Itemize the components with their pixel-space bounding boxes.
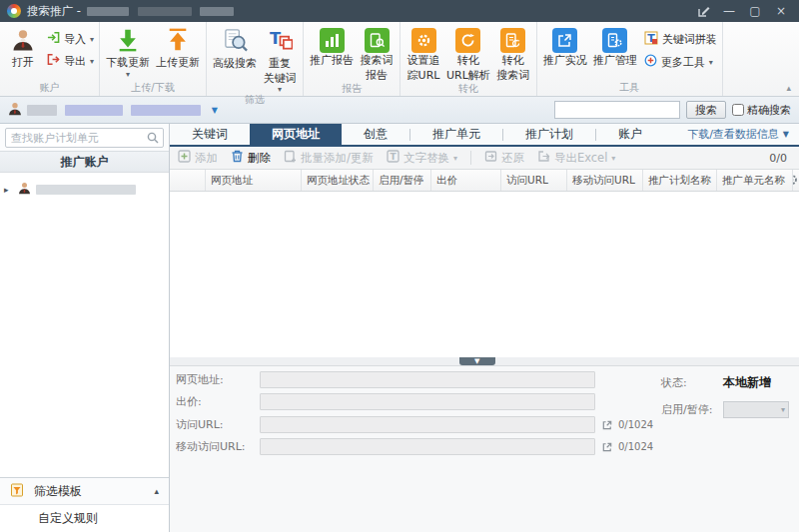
enable-pause-row: 启用/暂停: ▾	[661, 401, 789, 418]
promo-live-label: 推广实况	[543, 55, 587, 68]
gear-icon[interactable]	[793, 174, 798, 188]
upload-arrow-icon	[166, 28, 190, 55]
duplicate-keywords-button[interactable]: T 重复 关键词 ▾	[260, 24, 300, 93]
text-replace-button[interactable]: T 文字替换 ▾	[387, 150, 457, 166]
column-visit-url[interactable]: 访问URL	[501, 170, 567, 191]
exact-search-option: 精确搜索	[732, 103, 791, 118]
expand-arrow-icon[interactable]: ▸	[4, 185, 13, 195]
app-logo-icon	[7, 4, 21, 18]
app-window: 搜索推广 - — ▢ × 打开	[0, 0, 799, 532]
tree-search-input[interactable]	[5, 128, 164, 148]
column-adgroup-name[interactable]: 推广单元名称	[717, 170, 793, 191]
batch-add-update-button[interactable]: 批量添加/更新	[284, 150, 374, 166]
download-update-button[interactable]: 下载更新 ▾	[103, 24, 153, 78]
promo-live-button[interactable]: 推广实况	[540, 24, 590, 68]
open-label: 打开	[12, 57, 34, 70]
exact-search-checkbox[interactable]	[732, 104, 744, 116]
detail-form: 网页地址: 出价: 访问URL: 0/1024 移动访问URL:	[170, 366, 799, 532]
ribbon-group-convert: 设置追 踪URL 转化 URL解析 转化 搜索词	[400, 22, 537, 96]
tab-keywords[interactable]: 关键词	[170, 124, 250, 145]
keyword-assemble-button[interactable]: T 关键词拼装	[644, 31, 717, 48]
text-replace-icon: T	[387, 150, 400, 166]
column-bid[interactable]: 出价	[431, 170, 501, 191]
column-webpage-url[interactable]: 网页地址	[206, 170, 302, 191]
external-link-icon[interactable]	[601, 441, 613, 453]
document-refresh-icon	[500, 28, 525, 53]
column-select[interactable]	[170, 170, 206, 191]
tab-webpage-url[interactable]: 网页地址	[250, 124, 342, 145]
column-enable-pause[interactable]: 启用/暂停	[374, 170, 431, 191]
field-visit-url-input[interactable]	[260, 416, 595, 433]
more-tools-button[interactable]: 更多工具 ▾	[644, 54, 717, 70]
upload-update-button[interactable]: 上传更新	[153, 24, 203, 70]
convert-url-parse-button[interactable]: 转化 URL解析	[443, 24, 493, 82]
open-button[interactable]: 打开	[3, 24, 43, 70]
restore-button[interactable]: 还原	[484, 150, 524, 166]
compose-icon[interactable]	[690, 1, 716, 21]
panel-splitter: ▼	[170, 357, 799, 366]
promo-report-button[interactable]: 推广报告	[307, 24, 357, 68]
external-link-icon[interactable]	[601, 419, 613, 431]
tree-item-account[interactable]: ▸	[0, 179, 169, 201]
chevron-down-icon: ▼	[783, 130, 789, 139]
export-button[interactable]: 导出 ▾	[47, 53, 94, 69]
action-bar: 添加 删除 批量添加/更新 T	[170, 147, 799, 170]
export-excel-button[interactable]: 导出Excel ▾	[537, 150, 615, 166]
collapse-up-icon[interactable]: ▴	[154, 486, 159, 496]
global-search-input[interactable]	[554, 101, 680, 119]
field-mobile-visit-url: 移动访问URL: 0/1024	[176, 438, 653, 455]
refresh-icon	[455, 28, 480, 53]
chevron-down-icon: ▾	[126, 71, 130, 78]
exact-search-label: 精确搜索	[747, 103, 791, 118]
custom-rules-section[interactable]: 自定义规则	[0, 505, 169, 532]
sidebar: 推广账户 ▸ 筛选模板 ▴	[0, 124, 170, 532]
ribbon-toolbar: 打开 导入 ▾ 导出 ▾	[0, 22, 799, 97]
column-mobile-visit-url[interactable]: 移动访问URL	[567, 170, 643, 191]
delete-label: 删除	[248, 151, 271, 166]
ribbon-group-account-label: 账户	[3, 81, 96, 96]
tab-ad-groups[interactable]: 推广单元	[410, 124, 502, 145]
field-bid-input[interactable]	[260, 393, 595, 410]
account-dropdown-caret-icon[interactable]: ▼	[212, 106, 218, 115]
template-icon	[10, 483, 24, 500]
trash-icon	[231, 150, 244, 166]
field-webpage-url-input[interactable]	[260, 371, 595, 388]
minimize-button[interactable]: —	[716, 1, 742, 21]
account-selector[interactable]: ▼	[8, 102, 218, 119]
redacted-tree-label	[36, 185, 136, 195]
field-webpage-url: 网页地址:	[176, 371, 595, 388]
tab-creatives[interactable]: 创意	[342, 124, 409, 145]
search-document-icon	[223, 28, 248, 56]
column-campaign-name[interactable]: 推广计划名称	[643, 170, 717, 191]
delete-button[interactable]: 删除	[231, 150, 271, 166]
duplicate-keywords-label-line2: 关键词	[264, 73, 297, 86]
ribbon-collapse-chevron-icon[interactable]: ▴	[786, 83, 791, 93]
convert-search-terms-button[interactable]: 转化 搜索词	[493, 24, 533, 82]
global-search-button[interactable]: 搜索	[686, 101, 726, 119]
maximize-button[interactable]: ▢	[742, 1, 768, 21]
batch-add-update-label: 批量添加/更新	[301, 151, 374, 166]
sidebar-footer: 筛选模板 ▴ 自定义规则	[0, 477, 169, 532]
export-icon	[47, 53, 60, 69]
visit-url-counter: 0/1024	[618, 419, 653, 430]
column-webpage-url-status[interactable]: 网页地址状态	[302, 170, 374, 191]
convert-search-terms-label-line1: 转化	[502, 55, 524, 68]
ribbon-group-convert-label: 转化	[403, 82, 533, 96]
enable-pause-select[interactable]: ▾	[723, 401, 789, 418]
set-tracking-url-label-line1: 设置追	[407, 55, 440, 68]
close-button[interactable]: ×	[768, 1, 794, 21]
field-mobile-visit-url-input[interactable]	[260, 438, 595, 455]
add-button[interactable]: 添加	[178, 150, 218, 166]
promo-manage-button[interactable]: 推广管理	[590, 24, 640, 68]
search-report-button[interactable]: 搜索词 报告	[357, 24, 397, 82]
redacted-title-text	[87, 4, 235, 18]
collapse-panel-handle[interactable]: ▼	[459, 357, 495, 365]
tab-account[interactable]: 账户	[596, 124, 664, 145]
tab-campaigns[interactable]: 推广计划	[503, 124, 595, 145]
filter-template-section[interactable]: 筛选模板 ▴	[0, 478, 169, 505]
advanced-search-button[interactable]: 高级搜索	[210, 24, 260, 71]
download-view-data-link[interactable]: 下载/查看数据信息 ▼	[687, 124, 799, 145]
set-tracking-url-button[interactable]: 设置追 踪URL	[403, 24, 443, 82]
set-tracking-url-label-line2: 踪URL	[407, 70, 440, 83]
import-button[interactable]: 导入 ▾	[47, 31, 94, 47]
